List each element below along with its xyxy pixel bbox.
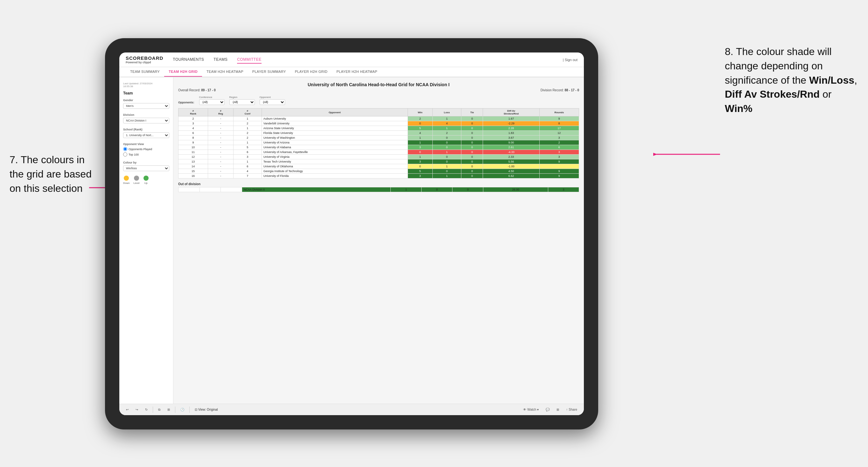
- od-rank: [179, 187, 200, 192]
- sidebar-school-section: School (Rank) 1. University of Nort...: [123, 128, 169, 138]
- colour-by-select[interactable]: Win/loss: [123, 165, 169, 171]
- cell-win: 2: [408, 117, 432, 121]
- refresh-button[interactable]: ↻: [143, 407, 150, 412]
- region-filter-select[interactable]: (All): [229, 99, 255, 105]
- sub-navigation: TEAM SUMMARY TEAM H2H GRID TEAM H2H HEAT…: [119, 67, 584, 77]
- od-win: 1: [391, 187, 422, 192]
- cell-tie: 0: [461, 145, 483, 150]
- sidebar-colour-by-section: Colour by Win/loss: [123, 161, 169, 171]
- cell-loss: 0: [432, 135, 461, 140]
- th-rounds: Rounds: [539, 108, 579, 117]
- gender-select[interactable]: Men's: [123, 103, 169, 109]
- tablet-device: SCOREBOARD Powered by clippd TOURNAMENTS…: [105, 38, 598, 430]
- radio-top100-input[interactable]: [123, 152, 127, 157]
- cell-tie: 0: [461, 121, 483, 126]
- clock-button[interactable]: 🕐: [179, 407, 186, 412]
- th-opponent: Opponent: [261, 108, 408, 117]
- arrow-right-icon: [653, 150, 723, 159]
- filter-opponents-label: Opponents:: [178, 101, 194, 105]
- report-subtitle: Overall Record: 89 - 17 - 0 Division Rec…: [178, 88, 579, 92]
- cell-tie: 0: [461, 126, 483, 131]
- cell-win: 5: [408, 126, 432, 131]
- school-select[interactable]: 1. University of Nort...: [123, 132, 169, 138]
- cell-opponent: Florida State University: [261, 131, 408, 135]
- subnav-player-h2h-grid[interactable]: PLAYER H2H GRID: [290, 67, 332, 77]
- share-button[interactable]: ↑ Share: [564, 407, 579, 412]
- nav-item-tournaments[interactable]: TOURNAMENTS: [173, 56, 204, 64]
- logo-main: SCOREBOARD: [126, 55, 163, 61]
- comment-button[interactable]: 💬: [544, 407, 551, 412]
- tablet-screen: SCOREBOARD Powered by clippd TOURNAMENTS…: [119, 53, 584, 415]
- cell-diff: -4.33: [483, 150, 539, 155]
- grid-button[interactable]: ⊞: [165, 407, 172, 412]
- annotation-sep-2: or: [819, 88, 831, 100]
- share-icon: ↑: [566, 408, 568, 411]
- bottom-toolbar: ↩ ↪ ↻ ⧉ ⊞ 🕐 ⊡ View: Original 👁 Watch ▾ 💬…: [119, 404, 584, 415]
- cell-tie: 0: [461, 150, 483, 155]
- cell-rounds: 9: [539, 159, 579, 164]
- radio-opponents-played-input[interactable]: [123, 147, 127, 151]
- table-row: 14-6University of Oklahoma010-1.00: [179, 164, 579, 169]
- nav-items: TOURNAMENTS TEAMS COMMITTEE: [173, 56, 562, 64]
- cell-conf: 2: [233, 121, 261, 126]
- undo-button[interactable]: ↩: [124, 407, 130, 412]
- opponent-filter-label: Opponent: [260, 96, 285, 99]
- out-of-division-table: NCAA Division II 1 0 0 26.00 3: [178, 187, 579, 192]
- th-tie: Tie: [461, 108, 483, 117]
- view-original-button[interactable]: ⊡ View: Original: [193, 407, 220, 412]
- cell-conf: 4: [233, 169, 261, 174]
- cell-opponent: Georgia Institute of Technology: [261, 169, 408, 174]
- cell-rank: 14: [179, 164, 208, 169]
- radio-top100[interactable]: Top 100: [123, 152, 169, 157]
- radio-opponents-played[interactable]: Opponents Played: [123, 147, 169, 151]
- subnav-player-summary[interactable]: PLAYER SUMMARY: [248, 67, 290, 77]
- table-row: 2-1Auburn University2101.679: [179, 117, 579, 121]
- th-rank: #Rank: [179, 108, 208, 117]
- sign-out-link[interactable]: | Sign out: [563, 58, 578, 62]
- cell-loss: 0: [432, 169, 461, 174]
- table-row: 4-1Arizona State University5102.2817: [179, 126, 579, 131]
- od-reg: [199, 187, 221, 192]
- out-of-division-label: Out of division: [178, 182, 579, 186]
- od-diff: 26.00: [483, 187, 548, 192]
- opponent-filter-select[interactable]: (All): [260, 99, 285, 105]
- cell-opponent: University of Oklahoma: [261, 164, 408, 169]
- sidebar: Last Updated: 27/03/2024 16:55:38 Team G…: [119, 77, 174, 404]
- division-select[interactable]: NCAA Division I: [123, 118, 169, 123]
- cell-rounds: 9: [539, 117, 579, 121]
- cell-conf: 1: [233, 117, 261, 121]
- legend-level: Level: [133, 176, 140, 185]
- watch-label: Watch: [527, 408, 536, 411]
- cell-win: 3: [408, 145, 432, 150]
- subnav-team-h2h-heatmap[interactable]: TEAM H2H HEATMAP: [202, 67, 248, 77]
- od-tie: 0: [453, 187, 483, 192]
- nav-item-committee[interactable]: COMMITTEE: [237, 56, 261, 64]
- subnav-player-h2h-heatmap[interactable]: PLAYER H2H HEATMAP: [332, 67, 381, 77]
- opponent-filter-group: Opponent (All): [260, 96, 285, 105]
- th-conf: #Conf: [233, 108, 261, 117]
- nav-item-teams[interactable]: TEAMS: [214, 56, 227, 64]
- cell-diff: 9.00: [483, 140, 539, 145]
- legend-level-label: Level: [133, 182, 140, 185]
- copy-button[interactable]: ⧉: [156, 407, 162, 412]
- cell-loss: 0: [432, 145, 461, 150]
- conference-filter-select[interactable]: (All): [199, 99, 225, 105]
- cell-conf: 3: [233, 155, 261, 159]
- legend-down: Down: [123, 176, 129, 185]
- table-header-row: #Rank #Reg #Conf Opponent Win Loss Tie D…: [179, 108, 579, 117]
- subnav-team-h2h-grid[interactable]: TEAM H2H GRID: [164, 67, 202, 77]
- legend-level-dot: [134, 176, 139, 181]
- redo-button[interactable]: ↪: [134, 407, 140, 412]
- layout-button[interactable]: ⊞: [555, 407, 561, 412]
- legend-up-label: Up: [144, 182, 147, 185]
- th-loss: Loss: [432, 108, 461, 117]
- cell-rank: 6: [179, 131, 208, 135]
- subnav-team-summary[interactable]: TEAM SUMMARY: [126, 67, 164, 77]
- annotation-right: 8. The colour shade will change dependin…: [725, 44, 859, 116]
- cell-conf: 6: [233, 150, 261, 155]
- opponent-view-label: Opponent View: [123, 143, 169, 146]
- cell-rounds: 9: [539, 174, 579, 179]
- colour-legend: Down Level Up: [123, 176, 169, 185]
- cell-reg: -: [208, 169, 234, 174]
- watch-button[interactable]: 👁 Watch ▾: [521, 407, 540, 412]
